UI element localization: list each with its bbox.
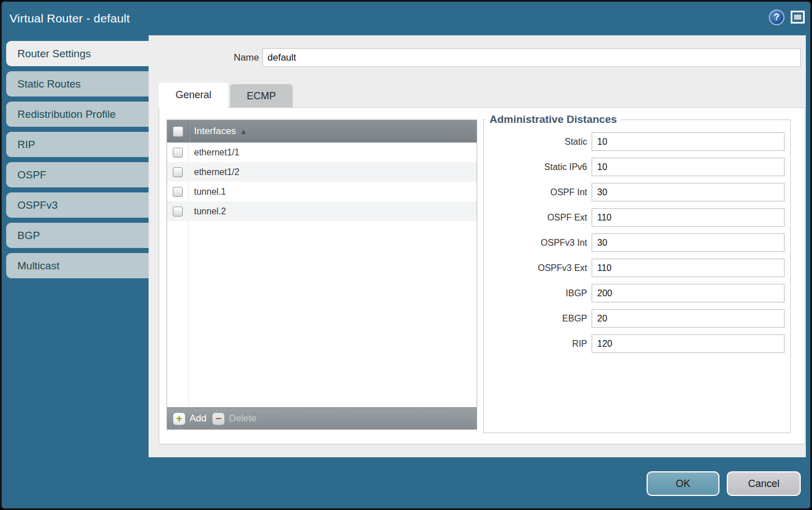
interface-row[interactable]: ethernet1/1 — [167, 143, 477, 162]
add-button[interactable]: + Add — [173, 412, 206, 425]
interface-row[interactable]: tunnel.1 — [167, 182, 477, 201]
admin-distance-row: IBGP — [484, 284, 790, 302]
sidebar-item-router-settings[interactable]: Router Settings — [6, 41, 149, 66]
admin-distance-label: RIP — [572, 339, 587, 349]
admin-distance-input[interactable] — [592, 334, 785, 353]
tab-strip: General ECMP — [159, 82, 293, 108]
interfaces-column-header[interactable]: Interfaces ▲ — [167, 120, 477, 143]
content-panel: Name General ECMP Interfaces — [149, 35, 806, 457]
sidebar-item-redistribution-profile[interactable]: Redistribution Profile — [6, 102, 149, 127]
admin-distance-row: OSPFv3 Ext — [484, 259, 790, 277]
admin-distance-row: OSPFv3 Int — [484, 233, 790, 252]
name-input[interactable] — [262, 48, 801, 67]
admin-distances-rows: Static Static IPv6 OSPF Int — [484, 126, 790, 353]
interface-name: tunnel.1 — [194, 187, 226, 197]
admin-distance-row: Static — [484, 132, 790, 151]
admin-distance-row: RIP — [484, 334, 790, 353]
sidebar-item-ospf[interactable]: OSPF — [6, 162, 149, 187]
admin-distance-input[interactable] — [592, 309, 785, 328]
sidebar: Router Settings Static Routes Redistribu… — [6, 41, 149, 278]
admin-distance-label: EBGP — [562, 314, 587, 324]
tab-label: General — [176, 89, 211, 101]
tab-ecmp[interactable]: ECMP — [230, 84, 293, 108]
admin-distance-row: OSPF Int — [484, 183, 790, 201]
row-checkbox[interactable] — [173, 187, 183, 197]
interfaces-table: Interfaces ▲ ethernet1/1 ethernet1/2 — [167, 120, 477, 430]
delete-button-label: Delete — [229, 413, 256, 424]
interface-row[interactable]: tunnel.2 — [167, 201, 477, 221]
ok-button[interactable]: OK — [647, 471, 719, 496]
admin-distance-input[interactable] — [592, 132, 785, 151]
admin-distance-input[interactable] — [592, 284, 785, 302]
interface-name: tunnel.2 — [194, 206, 226, 217]
admin-distance-input[interactable] — [592, 233, 785, 252]
sidebar-item-label: Multicast — [17, 260, 59, 272]
admin-distance-label: OSPF Ext — [547, 213, 587, 223]
admin-distance-label: OSPF Int — [550, 187, 587, 197]
select-all-checkbox[interactable] — [173, 126, 183, 137]
sidebar-item-label: OSPF — [17, 169, 47, 181]
virtual-router-dialog: Virtual Router - default ? Name General … — [0, 0, 812, 510]
sidebar-item-label: OSPFv3 — [17, 199, 58, 212]
general-tab-panel: Interfaces ▲ ethernet1/1 ethernet1/2 — [159, 107, 805, 444]
interfaces-toolbar: + Add − Delete — [167, 407, 477, 429]
interfaces-header-label: Interfaces — [194, 126, 236, 137]
add-plus-icon: + — [173, 412, 186, 425]
sidebar-item-label: Static Routes — [17, 78, 81, 90]
admin-distance-input[interactable] — [592, 183, 785, 201]
help-glyph: ? — [774, 12, 779, 22]
row-checkbox[interactable] — [173, 148, 183, 158]
admin-distance-label: OSPFv3 Ext — [538, 263, 587, 273]
sidebar-item-label: BGP — [17, 229, 40, 242]
admin-distances-fieldset: Administrative Distances Static Static I… — [483, 113, 791, 433]
admin-distance-row: OSPF Ext — [484, 208, 790, 227]
delete-button[interactable]: − Delete — [212, 412, 256, 425]
admin-distance-input[interactable] — [592, 259, 785, 277]
window-restore-icon-inner — [794, 15, 801, 20]
sidebar-item-static-routes[interactable]: Static Routes — [6, 71, 149, 97]
add-button-label: Add — [190, 413, 206, 424]
sidebar-item-label: RIP — [17, 139, 35, 151]
admin-distances-title: Administrative Distances — [486, 113, 620, 126]
delete-minus-icon: − — [212, 412, 225, 425]
tab-general[interactable]: General — [159, 82, 228, 108]
sidebar-item-bgp[interactable]: BGP — [6, 223, 149, 248]
row-checkbox[interactable] — [173, 167, 183, 177]
row-checkbox[interactable] — [173, 206, 183, 217]
interface-row[interactable]: ethernet1/2 — [167, 162, 477, 182]
sidebar-item-ospfv3[interactable]: OSPFv3 — [6, 192, 149, 218]
column-separator — [188, 120, 189, 143]
admin-distance-row: Static IPv6 — [484, 158, 790, 176]
interfaces-table-body: ethernet1/1 ethernet1/2 tunnel.1 — [167, 143, 477, 407]
tab-label: ECMP — [247, 90, 276, 102]
admin-distance-label: OSPFv3 Int — [541, 238, 587, 248]
admin-distance-row: EBGP — [484, 309, 790, 328]
dialog-title: Virtual Router - default — [10, 2, 130, 35]
cancel-button[interactable]: Cancel — [727, 471, 801, 496]
help-icon[interactable]: ? — [769, 10, 785, 25]
titlebar: Virtual Router - default ? — [2, 2, 810, 35]
window-restore-icon[interactable] — [791, 11, 805, 24]
sort-ascending-icon: ▲ — [240, 127, 247, 136]
admin-distance-label: Static IPv6 — [545, 162, 587, 172]
sidebar-item-rip[interactable]: RIP — [6, 132, 149, 157]
admin-distance-input[interactable] — [592, 208, 785, 227]
interface-name: ethernet1/1 — [194, 148, 239, 158]
admin-distance-input[interactable] — [592, 158, 785, 176]
admin-distance-label: IBGP — [566, 288, 587, 298]
sidebar-item-multicast[interactable]: Multicast — [6, 253, 149, 278]
admin-distance-label: Static — [565, 137, 587, 147]
sidebar-item-label: Redistribution Profile — [17, 108, 116, 121]
interface-name: ethernet1/2 — [194, 167, 239, 177]
name-label: Name — [149, 48, 259, 67]
sidebar-item-label: Router Settings — [17, 48, 91, 60]
